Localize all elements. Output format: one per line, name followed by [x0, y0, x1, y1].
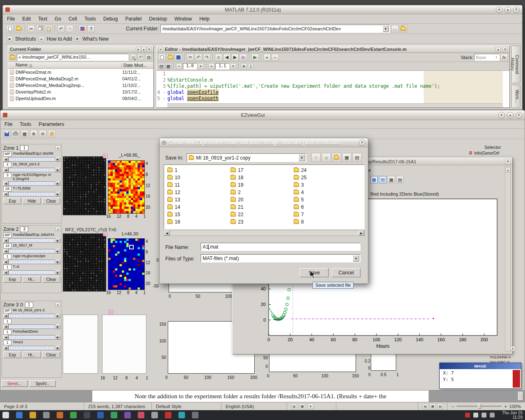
- slider-left-icon[interactable]: ◀: [3, 238, 8, 243]
- dock-icon[interactable]: ▸: [136, 47, 141, 52]
- browse-folder-button[interactable]: ...: [391, 25, 399, 32]
- slider-right-icon[interactable]: ▶: [55, 346, 60, 350]
- file-row[interactable]: DMPexcel2mat_MediaDrug2exp... 11/10/2...: [8, 82, 153, 89]
- slider-left-icon[interactable]: ◀: [3, 270, 8, 275]
- close-icon[interactable]: ✕: [516, 112, 522, 119]
- zoom-percent[interactable]: 100%: [509, 404, 521, 409]
- shortcut-whats-new[interactable]: What's New: [82, 36, 109, 42]
- tab-workspace[interactable]: Work...: [511, 85, 520, 108]
- close-icon[interactable]: ✕: [513, 7, 520, 13]
- maximize-panel-icon[interactable]: ▴: [141, 47, 146, 52]
- zoom-out-icon[interactable]: −: [452, 404, 454, 409]
- zone-row-value[interactable]: 1: [3, 265, 11, 270]
- up-one-level-icon[interactable]: ↑: [311, 153, 321, 162]
- menu-item[interactable]: Parallel: [125, 16, 142, 22]
- refresh-icon[interactable]: ↶: [138, 54, 144, 60]
- code-area[interactable]: 1234 -5 - %EstartConsole.m %[file,path] …: [157, 71, 509, 107]
- slider-left-icon[interactable]: ◀: [3, 346, 8, 350]
- slider-right-icon[interactable]: ▶: [55, 238, 60, 243]
- editor-forward-icon[interactable]: ▶: [231, 54, 239, 61]
- file-row[interactable]: DoverlayPlots2.m 10/17/2...: [8, 89, 153, 95]
- zone-row-value[interactable]: MP: [3, 308, 11, 313]
- slider-right-icon[interactable]: ▶: [55, 249, 60, 253]
- cut-icon[interactable]: ✂: [27, 25, 35, 32]
- zone-button[interactable]: Exp: [3, 352, 21, 358]
- combo-arrow-icon[interactable]: ▼: [299, 154, 305, 161]
- folder-item[interactable]: 5: [293, 196, 354, 203]
- results-export-icon[interactable]: ▤: [396, 176, 404, 183]
- menu-item[interactable]: Edit: [22, 16, 31, 22]
- folder-list[interactable]: 110111213141516 171819220212223 24253456…: [164, 164, 365, 229]
- clock-date[interactable]: Thu Jun 15: [502, 411, 523, 415]
- statusbar-page[interactable]: Page 3 of 3: [0, 402, 84, 410]
- new-script-icon[interactable]: [6, 25, 14, 32]
- cell-mode-icon[interactable]: ▤: [158, 63, 164, 69]
- combo-arrow-icon[interactable]: ▼: [383, 25, 389, 32]
- zone-row-value[interactable]: 1: [3, 340, 11, 345]
- folder-item[interactable]: 12: [167, 189, 228, 196]
- editor-hscrollbar[interactable]: [167, 103, 503, 107]
- editor-fx-icon[interactable]: fx: [240, 54, 247, 61]
- slider-left-icon[interactable]: ◀: [3, 314, 8, 318]
- menu-item[interactable]: Desktop: [149, 16, 167, 22]
- column-header-date[interactable]: Date Mod...: [121, 63, 153, 68]
- zone-button[interactable]: Hi...: [23, 276, 41, 283]
- folder-item[interactable]: 4: [293, 189, 354, 196]
- zoom-slider[interactable]: [457, 406, 502, 407]
- zone1-count-field[interactable]: 1: [20, 145, 28, 151]
- document-vscrollbar[interactable]: [518, 392, 523, 401]
- folder-item[interactable]: 25: [293, 174, 354, 181]
- folder-item[interactable]: 21: [230, 203, 291, 211]
- minimize-icon[interactable]: ▾: [498, 112, 505, 119]
- menu-item[interactable]: Go: [55, 16, 61, 22]
- slider-left-icon[interactable]: ◀: [3, 260, 8, 264]
- results-settings-icon[interactable]: ▦: [388, 176, 395, 183]
- image-window-titlebar[interactable]: IMAGE: [440, 363, 521, 369]
- zone2-heatmap[interactable]: [108, 238, 145, 290]
- file-name-input[interactable]: A1.mat: [201, 243, 361, 251]
- folder-item[interactable]: 7: [293, 211, 354, 218]
- divide-icon[interactable]: ÷: [208, 63, 215, 69]
- editor-cut-icon[interactable]: ✂: [187, 54, 194, 61]
- cell-remove-icon[interactable]: −: [272, 54, 279, 61]
- plot-mode-button[interactable]: SemiL...: [2, 380, 28, 387]
- files-of-type-combo[interactable]: MAT-files (*.mat) ▼: [201, 254, 361, 262]
- statusbar-wordcount[interactable]: 215 words, 1,387 characters: [84, 402, 152, 410]
- save-icon[interactable]: [3, 130, 10, 137]
- results-table-icon[interactable]: ▦: [370, 176, 378, 183]
- folder-item[interactable]: 19: [230, 181, 291, 189]
- menu-item[interactable]: Tools: [84, 16, 96, 22]
- zone3-heat-blank[interactable]: [102, 315, 146, 374]
- folder-item[interactable]: 10: [167, 174, 228, 181]
- shortcuts-label[interactable]: Shortcuts: [15, 36, 36, 42]
- zone-slider[interactable]: ◀▶: [3, 324, 60, 329]
- taskbar-app-icon[interactable]: [2, 412, 9, 418]
- multi-page-view-icon[interactable]: ▦: [430, 404, 436, 409]
- folder-breadcrumb[interactable]: « InovImager_jwrCF_WINLinx150...: [17, 54, 128, 61]
- taskbar-app-icon[interactable]: [30, 412, 36, 418]
- zone-slider[interactable]: ◀▶: [3, 346, 60, 350]
- cell-divide-icon[interactable]: ▦: [165, 63, 171, 69]
- taskbar-app-icon[interactable]: [111, 412, 117, 418]
- taskbar-app-icon[interactable]: [70, 412, 77, 418]
- slider-left-icon[interactable]: ◀: [3, 249, 8, 253]
- zone-row-value[interactable]: 1: [3, 329, 11, 335]
- dialog-close-icon[interactable]: ✕: [359, 139, 365, 146]
- zone2-count-field[interactable]: 3: [20, 226, 28, 232]
- print-icon[interactable]: [12, 130, 19, 137]
- slider-right-icon[interactable]: ▶: [55, 260, 60, 264]
- editor-max-icon[interactable]: ▴: [495, 47, 501, 52]
- zone-slider[interactable]: ◀▶: [3, 238, 60, 243]
- menu-item[interactable]: Parameters: [39, 121, 64, 127]
- list-view-icon[interactable]: ▦: [342, 153, 352, 162]
- slider-left-icon[interactable]: ◀: [3, 181, 8, 186]
- open-file-icon[interactable]: [15, 25, 22, 32]
- slider-right-icon[interactable]: ▶: [55, 335, 60, 340]
- column-header-name[interactable]: Name △: [8, 62, 121, 68]
- results-list-icon[interactable]: ▤: [379, 176, 386, 183]
- zone-button[interactable]: Exp: [3, 198, 21, 204]
- taskbar-app-icon[interactable]: [43, 412, 50, 418]
- fx-button[interactable]: fx: [500, 54, 508, 61]
- folder-item[interactable]: 24: [293, 167, 354, 174]
- zone3-dock-icon[interactable]: ▴: [55, 302, 60, 307]
